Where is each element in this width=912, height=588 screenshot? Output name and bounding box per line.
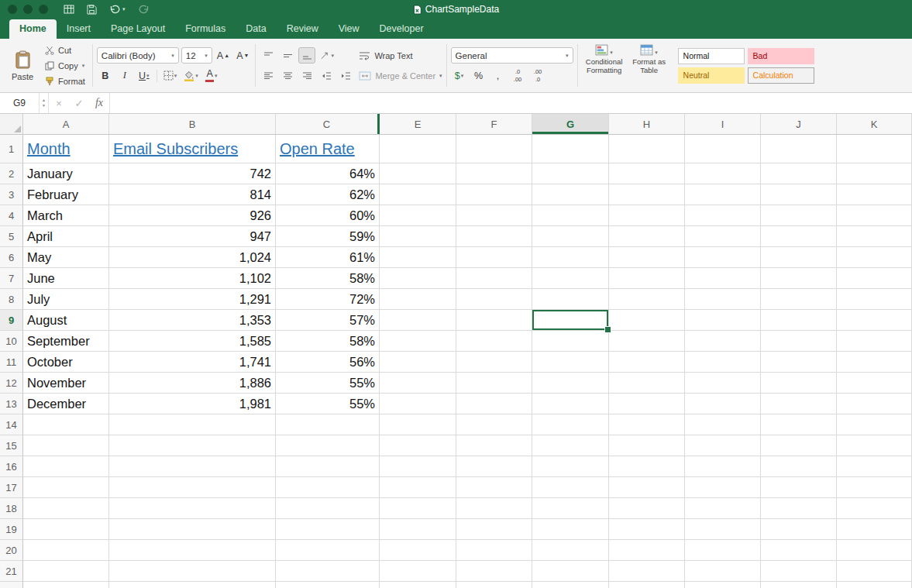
format-painter-button[interactable]: Format	[42, 74, 88, 88]
cell-I18[interactable]	[685, 498, 761, 519]
cell-I15[interactable]	[685, 435, 761, 456]
cell-G18[interactable]	[532, 498, 609, 519]
cell-J13[interactable]	[761, 394, 837, 414]
cell-B21[interactable]	[109, 561, 276, 582]
cell-J22[interactable]	[761, 582, 837, 588]
cell-K9[interactable]	[837, 310, 912, 331]
cell-J6[interactable]	[761, 247, 837, 268]
cell-I5[interactable]	[685, 226, 761, 247]
cell-B1[interactable]: Email Subscribers	[109, 135, 276, 163]
italic-button[interactable]: I	[116, 67, 133, 84]
show-tabs-button[interactable]	[64, 5, 74, 14]
cell-F14[interactable]	[456, 414, 532, 435]
cell-H8[interactable]	[609, 289, 685, 310]
cell-I7[interactable]	[685, 268, 761, 289]
cell-E18[interactable]	[380, 498, 456, 519]
cell-J8[interactable]	[761, 289, 837, 310]
cell-I9[interactable]	[685, 310, 761, 331]
row-header-18[interactable]: 18	[0, 498, 23, 519]
cell-H19[interactable]	[609, 519, 685, 540]
cell-A15[interactable]	[23, 435, 109, 456]
cell-G19[interactable]	[532, 519, 609, 540]
align-bottom-button[interactable]	[298, 47, 315, 64]
cell-E2[interactable]	[380, 163, 456, 184]
cell-G4[interactable]	[532, 205, 609, 226]
cell-I10[interactable]	[685, 331, 761, 352]
redo-button[interactable]	[138, 5, 150, 14]
cell-B8[interactable]: 1,291	[109, 289, 276, 310]
row-header-17[interactable]: 17	[0, 477, 23, 498]
cell-B20[interactable]	[109, 540, 276, 561]
cell-K6[interactable]	[837, 247, 912, 268]
cell-I17[interactable]	[685, 477, 761, 498]
cell-H17[interactable]	[609, 477, 685, 498]
cell-B11[interactable]: 1,741	[109, 352, 276, 373]
cell-A12[interactable]: November	[23, 373, 109, 394]
cell-H20[interactable]	[609, 540, 685, 561]
cell-F6[interactable]	[456, 247, 532, 268]
tab-view[interactable]: View	[329, 19, 370, 39]
cell-K1[interactable]	[837, 135, 912, 163]
cell-H13[interactable]	[609, 394, 685, 414]
borders-button[interactable]: ▾	[161, 67, 180, 84]
style-normal[interactable]: Normal	[678, 48, 745, 64]
cell-J16[interactable]	[761, 456, 837, 477]
cell-C19[interactable]	[276, 519, 380, 540]
underline-button[interactable]: U▾	[136, 67, 153, 84]
tab-data[interactable]: Data	[236, 19, 276, 39]
cell-C13[interactable]: 55%	[276, 394, 380, 414]
cell-K14[interactable]	[837, 414, 912, 435]
cell-A13[interactable]: December	[23, 394, 109, 414]
row-header-11[interactable]: 11	[0, 352, 23, 373]
row-header-15[interactable]: 15	[0, 435, 23, 456]
cell-E19[interactable]	[380, 519, 456, 540]
cut-button[interactable]: Cut	[42, 43, 88, 57]
cell-K7[interactable]	[837, 268, 912, 289]
cell-H4[interactable]	[609, 205, 685, 226]
number-format-select[interactable]: General ▾	[451, 47, 573, 64]
column-header-A[interactable]: A	[23, 114, 109, 134]
cell-E17[interactable]	[380, 477, 456, 498]
column-header-H[interactable]: H	[609, 114, 685, 134]
cell-B16[interactable]	[109, 456, 276, 477]
cell-G3[interactable]	[532, 184, 609, 205]
paste-button[interactable]: Paste	[5, 40, 40, 91]
cell-B13[interactable]: 1,981	[109, 394, 276, 414]
cell-E6[interactable]	[380, 247, 456, 268]
cell-E14[interactable]	[380, 414, 456, 435]
cell-B3[interactable]: 814	[109, 184, 276, 205]
cell-K10[interactable]	[837, 331, 912, 352]
row-header-1[interactable]: 1	[0, 135, 23, 163]
cell-K11[interactable]	[837, 352, 912, 373]
cell-J21[interactable]	[761, 561, 837, 582]
cell-F12[interactable]	[456, 373, 532, 394]
cell-G14[interactable]	[532, 414, 609, 435]
row-header-2[interactable]: 2	[0, 163, 23, 184]
cell-K15[interactable]	[837, 435, 912, 456]
cell-A7[interactable]: June	[23, 268, 109, 289]
cell-J2[interactable]	[761, 163, 837, 184]
copy-button[interactable]: Copy ▾	[42, 59, 88, 73]
cell-H15[interactable]	[609, 435, 685, 456]
cell-E10[interactable]	[380, 331, 456, 352]
cell-I13[interactable]	[685, 394, 761, 414]
cell-K4[interactable]	[837, 205, 912, 226]
cell-J11[interactable]	[761, 352, 837, 373]
row-header-7[interactable]: 7	[0, 268, 23, 289]
cell-B10[interactable]: 1,585	[109, 331, 276, 352]
cell-E7[interactable]	[380, 268, 456, 289]
row-header-8[interactable]: 8	[0, 289, 23, 310]
merge-center-button[interactable]: Merge & Center ▾	[359, 66, 442, 86]
cell-K8[interactable]	[837, 289, 912, 310]
cell-G8[interactable]	[532, 289, 609, 310]
select-all-corner[interactable]	[0, 114, 23, 134]
cell-B17[interactable]	[109, 477, 276, 498]
name-box[interactable]: G9	[0, 93, 39, 113]
cell-E4[interactable]	[380, 205, 456, 226]
cell-G22[interactable]	[532, 582, 609, 588]
cell-J18[interactable]	[761, 498, 837, 519]
cell-A20[interactable]	[23, 540, 109, 561]
cell-G7[interactable]	[532, 268, 609, 289]
decrease-decimal-button[interactable]: .00 .0	[529, 67, 547, 84]
column-header-I[interactable]: I	[685, 114, 761, 134]
